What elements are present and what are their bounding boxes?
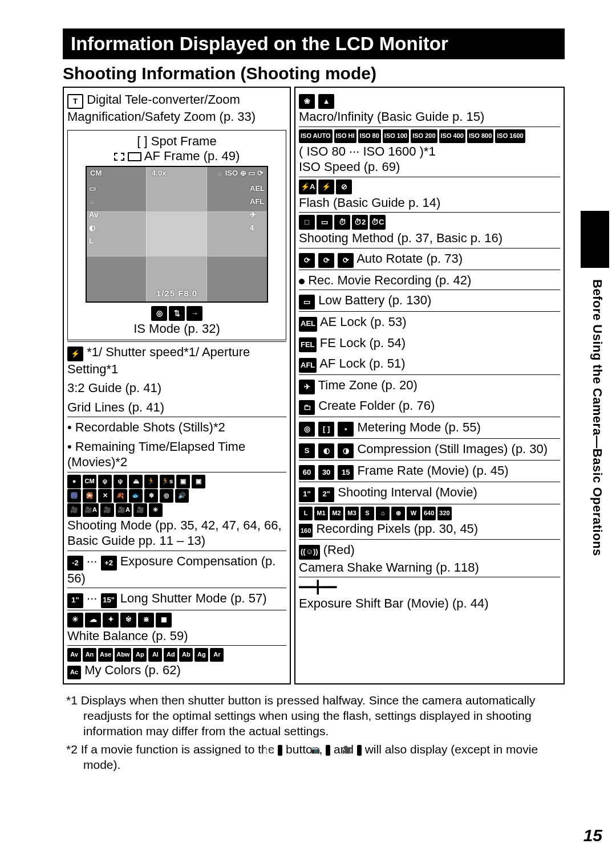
frame-rate: 60 30 15 Frame Rate (Movie) (p. 45) — [299, 460, 560, 482]
wb-icon: ⋇ — [138, 613, 154, 627]
mycolor-icon: Ag — [194, 648, 208, 662]
fps-icon: 60 — [299, 465, 315, 480]
fel-icon: FEL — [299, 337, 317, 352]
wb-icon: ☀ — [67, 613, 83, 627]
comp-icon: ◐ — [318, 443, 334, 458]
remaining-time: • Remaining Time/Elapsed Time (Movies)*2 — [67, 437, 286, 472]
comp-icon: S — [299, 443, 315, 458]
one-sec-icon: 1" — [67, 593, 83, 608]
flash-icon: ⚡ — [318, 180, 334, 194]
movie-recording: Rec. Movie Recording (p. 42) — [299, 270, 560, 290]
recpix-icon: M1 — [314, 507, 328, 520]
meter-icon: ◎ — [299, 422, 315, 437]
white-balance: ☀ ☁ ✦ ※ ⋇ ◼ White Balance (p. 59) — [67, 610, 286, 646]
lcd-screen-mock: CM4.0x☼ ISO ⊕ ▭ ⟳ ▭☼Av◐L AELAFL✈4 1/25 F… — [86, 166, 268, 303]
digital-tele: T Digital Tele-converter/Zoom Magnificat… — [67, 90, 286, 127]
compression: S ◐ ◑ Compression (Still Images) (p. 30) — [299, 438, 560, 460]
metering-mode: ◎ [ ] • Metering Mode (p. 55) — [299, 417, 560, 438]
mode-icon: ✳ — [149, 503, 163, 517]
movie-icon: 🎥 — [357, 745, 362, 756]
mode-icon: ❄ — [144, 489, 158, 503]
drive-icon: ⏱C — [370, 215, 386, 230]
mode-icon: 🏃s — [160, 475, 175, 488]
left-column: T Digital Tele-converter/Zoom Magnificat… — [63, 87, 291, 684]
auto-rotate: ⟳ ⟳ ⟳ Auto Rotate (p. 73) — [299, 248, 560, 270]
mode-icon: 🎆 — [67, 489, 81, 503]
is-mode: IS Mode (p. 32) — [133, 321, 220, 336]
guide-32: 3:2 Guide (p. 41) — [67, 378, 286, 398]
mycolor-icon: Ab — [179, 648, 193, 662]
footnote-2: *2 If a movie function is assigned to th… — [66, 741, 565, 773]
mycolor-icon: Ase — [98, 648, 113, 662]
mode-icon: ● — [67, 475, 81, 488]
iso-icon: ISO 100 — [383, 129, 409, 143]
grid-lines: Grid Lines (p. 41) — [67, 398, 286, 417]
label: Digital Tele-converter/Zoom Magnificatio… — [67, 92, 256, 124]
mode-icon: 🎥 — [100, 503, 114, 517]
fe-lock: FEL FE Lock (p. 54) — [299, 333, 560, 354]
recpix-icon: 160 — [299, 524, 313, 537]
drive-icon: □ — [299, 215, 315, 230]
recpix-icon: L — [299, 507, 313, 520]
camera-icon: 📷 — [326, 745, 330, 756]
ael-icon: AEL — [299, 317, 317, 332]
iso-speed: ISO AUTO ISO HI ISO 80 ISO 100 ISO 200 I… — [299, 127, 560, 177]
recpix-icon: M2 — [330, 507, 343, 520]
footnote-1: *1 Displays when then shutter button is … — [66, 692, 565, 739]
drive-icon: ▭ — [317, 215, 333, 230]
plus2-icon: +2 — [101, 556, 117, 570]
ae-lock: AEL AE Lock (p. 53) — [299, 311, 560, 333]
print-share-icon: 🖨~ — [278, 745, 282, 756]
recpix-icon: W — [407, 507, 420, 520]
mycolor-icon: Ad — [164, 648, 177, 662]
mycolor-icon: Abw — [115, 648, 131, 662]
mode-icon: CM — [83, 475, 96, 488]
create-folder: 🗀 Create Folder (p. 76) — [299, 396, 560, 417]
t-icon: T — [67, 94, 83, 109]
rotate-icon: ⟳ — [299, 253, 315, 268]
af-frame: AF Frame (p. 49) — [114, 149, 240, 164]
mode-icon: ✕ — [98, 489, 112, 503]
iso-icon: ISO 200 — [411, 129, 437, 143]
page-number: 15 — [583, 826, 602, 845]
rotate-icon: ⟳ — [338, 253, 354, 268]
shake-icon: ((☺)) — [299, 545, 320, 560]
my-colors: Av An Ase Abw Ap Al Ad Ab Ag Ar Ac My Co… — [67, 645, 286, 681]
low-battery: ▭ Low Battery (p. 130) — [299, 290, 560, 311]
plane-icon: ✈ — [299, 380, 315, 394]
recording-pixels: L M1 M2 M3 S ⌂ ⊕ W 640 320 160 Recording… — [299, 504, 560, 540]
fps-icon: 15 — [338, 465, 354, 480]
wb-icon: ✦ — [103, 613, 119, 627]
is-icon: → — [187, 306, 202, 321]
footnotes: *1 Displays when then shutter button is … — [63, 692, 565, 772]
flash-icon: ⚡ — [67, 347, 83, 361]
fps-icon: 30 — [318, 465, 334, 480]
flash-icon: ⚡A — [299, 180, 317, 194]
folder-icon: 🗀 — [299, 400, 315, 415]
mycolor-icon: Ac — [67, 666, 81, 679]
iso-icon: ISO 400 — [439, 129, 465, 143]
shooting-interval: 1" 2" Shooting Interval (Movie) — [299, 482, 560, 503]
recpix-icon: ⌂ — [376, 507, 390, 520]
mode-icon: 🔊 — [175, 489, 189, 503]
right-column: ❀ ▲ Macro/Infinity (Basic Guide p. 15) I… — [294, 87, 565, 684]
shutter-aperture: ⚡ *1/ Shutter speed*1/ Aperture Setting*… — [67, 341, 286, 379]
mycolor-icon: An — [83, 648, 96, 662]
meter-icon: • — [338, 422, 354, 437]
mode-icon: 🏃 — [144, 475, 158, 488]
iso-icon: ISO 80 — [358, 129, 381, 143]
drive-icon: ⏱2 — [352, 215, 368, 230]
mode-icon: ⛰ — [129, 475, 143, 488]
macro-icon: ❀ — [299, 94, 315, 109]
iso-icon: ISO HI — [334, 129, 356, 143]
iso-icon: ISO 1600 — [495, 129, 525, 143]
minus2-icon: -2 — [67, 556, 83, 570]
page-title: Information Displayed on the LCD Monitor — [63, 28, 565, 59]
lcd-callout-box: [ ] Spot Frame AF Frame (p. 49) CM4.0x☼ … — [67, 130, 286, 340]
mycolor-icon: Av — [67, 648, 81, 662]
interval-icon: 2" — [318, 487, 334, 502]
long-shutter: 1" ··· 15" Long Shutter Mode (p. 57) — [67, 588, 286, 609]
fifteen-sec-icon: 15" — [101, 593, 117, 608]
comp-icon: ◑ — [338, 443, 354, 458]
exposure-comp: -2 ··· +2 Exposure Compensation (p. 56) — [67, 551, 286, 588]
